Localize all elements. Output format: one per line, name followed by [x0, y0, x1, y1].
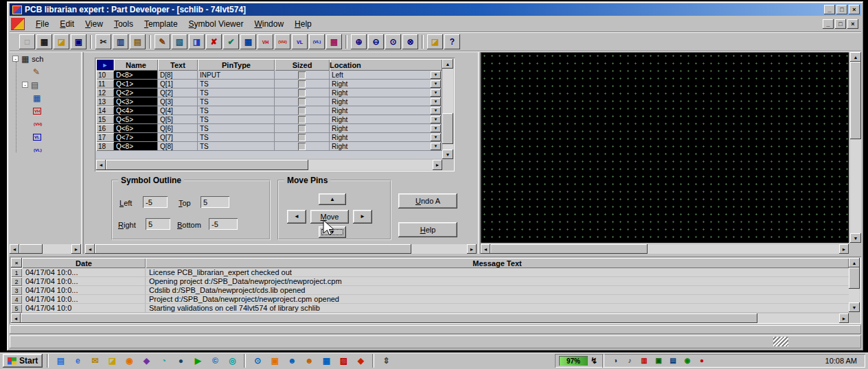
pin-text-cell[interactable]: Q[4] [158, 106, 198, 115]
row-number-cell[interactable]: 18 [96, 142, 114, 151]
log-row[interactable]: 104/17/04 10:0...License PCB_librarian_e… [11, 268, 849, 277]
log-row[interactable]: 204/17/04 10:0...Opening project d:/SPB_… [11, 277, 849, 286]
desktop-icon[interactable]: ▤ [53, 354, 68, 368]
pin-text-cell[interactable]: Q[6] [158, 124, 198, 133]
sized-checkbox[interactable] [298, 116, 306, 123]
sized-checkbox[interactable] [298, 80, 306, 88]
location-dropdown-button[interactable]: ▼ [431, 134, 441, 141]
location-dropdown-button[interactable]: ▼ [431, 125, 441, 132]
pin-location-cell[interactable]: Right▼ [330, 133, 442, 142]
help-button[interactable]: Help [398, 222, 457, 237]
row-number-cell[interactable]: 13 [96, 97, 114, 106]
log-hscrollbar[interactable]: ◄ ► [11, 313, 849, 323]
pin-type-cell[interactable]: TS [198, 97, 275, 106]
move-left-button[interactable]: ◄ [287, 210, 306, 224]
location-dropdown-button[interactable]: ▼ [431, 71, 441, 79]
sized-checkbox[interactable] [298, 89, 306, 97]
winamp-icon[interactable]: ◆ [139, 354, 154, 368]
scroll-right-icon[interactable]: ► [467, 244, 477, 254]
scroll-track[interactable] [106, 160, 433, 170]
battery-meter[interactable]: 97% [559, 356, 588, 366]
row-number-cell[interactable]: 11 [96, 80, 114, 88]
row-number-cell[interactable]: 12 [96, 88, 114, 97]
pin-location-cell[interactable]: Right▼ [330, 80, 442, 88]
minimize-button[interactable]: _ [824, 5, 835, 14]
sized-checkbox[interactable] [298, 143, 306, 150]
app-menu-icon[interactable] [11, 18, 25, 30]
scroll-track[interactable] [490, 244, 839, 254]
pin-location-cell[interactable]: Right▼ [330, 97, 442, 106]
start-button[interactable]: Start [3, 354, 43, 368]
scroll-left-icon[interactable]: ◄ [481, 244, 490, 254]
pin-type-cell[interactable]: TS [198, 124, 275, 133]
quicktime-icon[interactable]: ◔ [156, 354, 171, 368]
scroll-right-icon[interactable]: ► [71, 244, 81, 254]
scroll-down-icon[interactable]: ▼ [442, 150, 453, 159]
menu-file[interactable]: File [30, 18, 54, 30]
vh-paren-icon[interactable]: (VH) [275, 34, 290, 49]
vh-icon[interactable]: VH [33, 108, 41, 115]
sized-checkbox[interactable] [298, 134, 306, 141]
row-marker-header[interactable]: ► [96, 59, 114, 71]
move-up-button[interactable]: ▲ [319, 193, 346, 205]
location-dropdown-button[interactable]: ▼ [431, 89, 441, 97]
pin-type-cell[interactable]: TS [198, 88, 275, 97]
save-icon[interactable]: ▣ [71, 34, 87, 49]
scroll-thumb[interactable] [850, 62, 861, 139]
search-icon[interactable]: ⊙ [250, 354, 265, 368]
menu-template[interactable]: Template [139, 18, 183, 30]
scroll-track[interactable] [19, 244, 71, 254]
pin-name-cell[interactable]: Q<3> [114, 97, 158, 106]
collapse-box[interactable]: - [12, 56, 19, 62]
scroll-track[interactable] [442, 69, 453, 150]
close-button[interactable]: × [849, 5, 860, 14]
scroll-left-icon[interactable]: ◄ [85, 244, 95, 254]
zoom-in-icon[interactable]: ⊕ [351, 34, 367, 49]
tray-arrows-icon[interactable]: ⇕ [378, 354, 393, 368]
pin-text-cell[interactable]: D[8] [158, 71, 198, 80]
canvas-vscrollbar[interactable]: ▲ ▼ [850, 52, 861, 243]
pin-type-cell[interactable]: TS [198, 106, 275, 115]
scroll-track[interactable] [849, 267, 860, 302]
undo-all-button[interactable]: Undo A [398, 193, 457, 209]
scroll-thumb[interactable] [106, 160, 308, 170]
shield-icon[interactable]: ▣ [652, 355, 665, 366]
collapse-box[interactable]: - [22, 82, 28, 88]
scroll-down-icon[interactable]: ▼ [849, 302, 860, 312]
log-row[interactable]: 504/17/04 10:0Starting validations on ce… [11, 304, 849, 313]
copyright-icon[interactable]: © [207, 354, 222, 368]
player-icon[interactable]: ▶ [190, 354, 205, 368]
scroll-left-icon[interactable]: ◄ [11, 313, 21, 323]
row-number-cell[interactable]: 17 [96, 133, 114, 142]
pin-location-cell[interactable]: Right▼ [330, 142, 442, 151]
paste-icon[interactable]: ▤ [130, 34, 146, 49]
pin-table-vscrollbar[interactable]: ▲ ▼ [442, 59, 453, 159]
pdf-icon[interactable]: ▨ [336, 354, 351, 368]
cut-icon[interactable]: ✂ [95, 34, 111, 49]
pin-text-cell[interactable]: Q[8] [158, 142, 198, 151]
vl-icon[interactable]: VL [292, 34, 308, 49]
palette-icon[interactable]: ▩ [326, 34, 342, 49]
bottom-field[interactable]: -5 [209, 218, 238, 230]
mail-icon[interactable]: ✉ [87, 354, 102, 368]
sized-checkbox[interactable] [298, 125, 306, 132]
scroll-up-icon[interactable]: ▲ [442, 59, 453, 69]
scroll-right-icon[interactable]: ► [433, 160, 442, 170]
pin-table-hscrollbar[interactable]: ◄ ► [96, 160, 442, 170]
scroll-track[interactable] [21, 313, 839, 323]
taskbar-clock[interactable]: 10:08 AM [825, 357, 861, 365]
pin-grid-icon[interactable]: ▦ [33, 94, 41, 102]
location-dropdown-button[interactable]: ▼ [431, 98, 441, 106]
scroll-thumb[interactable] [95, 244, 411, 254]
row-number-cell[interactable]: 16 [96, 124, 114, 133]
swirl-icon[interactable]: ◎ [225, 354, 240, 368]
pin-name-cell[interactable]: Q<1> [114, 80, 158, 88]
pin-name-cell[interactable]: Q<5> [114, 115, 158, 124]
titlebar[interactable]: PCB librarian expert : Part Developer - … [10, 3, 861, 16]
pin-name-cell[interactable]: Q<2> [114, 88, 158, 97]
display-settings-icon[interactable]: ◑ [609, 355, 621, 366]
vl-icon[interactable]: VL [33, 134, 41, 141]
pin-text-cell[interactable]: Q[3] [158, 97, 198, 106]
log-row[interactable]: 404/17/04 10:0...Project d:/SPB_Data/new… [11, 295, 849, 304]
menu-edit[interactable]: Edit [54, 18, 80, 30]
